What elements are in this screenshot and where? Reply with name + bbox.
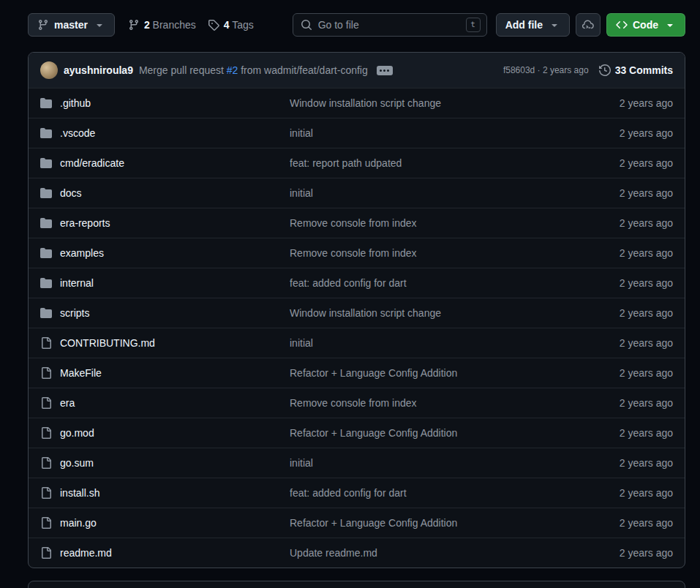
commit-message-suffix: from wadmit/feat/dart-config	[238, 64, 367, 76]
avatar[interactable]	[40, 61, 58, 79]
go-to-file-search[interactable]: t	[293, 13, 487, 37]
row-commit-message-link[interactable]: Remove console from index	[290, 217, 417, 229]
folder-icon	[40, 247, 52, 259]
file-name-link[interactable]: cmd/eradicate	[60, 157, 124, 169]
file-icon	[40, 547, 52, 559]
row-commit-message-link[interactable]: feat: report path udpated	[290, 157, 402, 169]
commit-age-cell: 2 years ago	[590, 367, 685, 379]
file-table-row: install.sh feat: added config for dart 2…	[29, 478, 685, 508]
file-name-link[interactable]: main.go	[60, 517, 97, 529]
commit-age-cell: 2 years ago	[590, 217, 685, 229]
file-name-link[interactable]: internal	[60, 277, 94, 289]
row-commit-message-link[interactable]: Remove console from index	[290, 397, 417, 409]
commit-age: 2 years ago	[620, 247, 673, 259]
row-commit-message-link[interactable]: Refactor + Language Config Addition	[290, 517, 457, 529]
chevron-down-icon	[664, 19, 676, 31]
file-table-row: main.go Refactor + Language Config Addit…	[29, 508, 685, 538]
commit-age-cell: 2 years ago	[590, 337, 685, 349]
file-name-cell: scripts	[29, 307, 290, 319]
add-file-label: Add file	[505, 19, 543, 31]
row-commit-message-link[interactable]: Refactor + Language Config Addition	[290, 427, 457, 439]
folder-icon	[40, 97, 52, 109]
folder-icon	[40, 187, 52, 199]
commit-message-cell: Remove console from index	[290, 397, 590, 409]
add-file-button[interactable]: Add file	[496, 13, 570, 37]
file-name-link[interactable]: go.mod	[60, 427, 94, 439]
file-name-link[interactable]: .github	[60, 97, 91, 109]
file-name-cell: CONTRIBUTING.md	[29, 337, 290, 349]
repo-page: master 2 Branches 4 Tags t	[0, 0, 700, 588]
repo-toolbar: master 2 Branches 4 Tags t	[28, 13, 685, 37]
file-table-row: internal feat: added config for dart 2 y…	[29, 268, 685, 298]
row-commit-message-link[interactable]: feat: added config for dart	[290, 487, 407, 499]
file-name-cell: install.sh	[29, 487, 290, 499]
row-commit-message-link[interactable]: initial	[290, 337, 313, 349]
row-commit-message-link[interactable]: Refactor + Language Config Addition	[290, 367, 457, 379]
file-name-link[interactable]: readme.md	[60, 547, 112, 559]
file-name-link[interactable]: .vscode	[60, 127, 95, 139]
file-name-cell: cmd/eradicate	[29, 157, 290, 169]
file-table-row: era-reports Remove console from index 2 …	[29, 208, 685, 238]
file-name-cell: internal	[29, 277, 290, 289]
commit-age-cell: 2 years ago	[590, 157, 685, 169]
row-commit-message-link[interactable]: Remove console from index	[290, 247, 417, 259]
row-commit-message-link[interactable]: Update readme.md	[290, 547, 377, 559]
file-name-link[interactable]: docs	[60, 187, 82, 199]
code-icon	[616, 19, 628, 31]
commit-message-cell: feat: report path udpated	[290, 157, 590, 169]
folder-icon	[40, 217, 52, 229]
file-name-link[interactable]: examples	[60, 247, 104, 259]
codespaces-cloud-button[interactable]	[576, 13, 601, 37]
file-table-row: examples Remove console from index 2 yea…	[29, 238, 685, 268]
file-name-link[interactable]: go.sum	[60, 457, 94, 469]
pr-number-link[interactable]: #2	[227, 64, 238, 76]
tags-count: 4	[224, 19, 230, 31]
commit-age: 2 years ago	[620, 337, 673, 349]
file-name-link[interactable]: scripts	[60, 307, 89, 319]
chevron-down-icon	[94, 19, 105, 31]
commit-author-link[interactable]: ayushniroula9	[64, 64, 133, 76]
tag-icon	[208, 19, 219, 31]
file-name-link[interactable]: install.sh	[60, 487, 99, 499]
commit-message-cell: Update readme.md	[290, 547, 590, 559]
commit-message-link[interactable]: Merge pull request #2 from wadmit/feat/d…	[139, 64, 368, 76]
commit-message-cell: initial	[290, 127, 590, 139]
commit-age-cell: 2 years ago	[590, 247, 685, 259]
folder-icon	[40, 127, 52, 139]
commit-age: 2 years ago	[620, 547, 673, 559]
branch-selector-button[interactable]: master	[28, 13, 115, 37]
commit-message-cell: initial	[290, 337, 590, 349]
row-commit-message-link[interactable]: initial	[290, 457, 313, 469]
commit-hash-time-link[interactable]: f58603d · 2 years ago	[503, 65, 589, 75]
commit-message-cell: feat: added config for dart	[290, 487, 590, 499]
file-table-body: .github Window installation script chang…	[29, 88, 685, 568]
commit-age-cell: 2 years ago	[590, 307, 685, 319]
file-name-link[interactable]: era-reports	[60, 217, 110, 229]
branches-link[interactable]: 2 Branches	[128, 19, 196, 31]
row-commit-message-link[interactable]: Window installation script change	[290, 307, 441, 319]
commit-history-link[interactable]: 33 Commits	[599, 64, 673, 76]
file-name-link[interactable]: era	[60, 397, 75, 409]
file-name-link[interactable]: MakeFile	[60, 367, 102, 379]
file-name-cell: era	[29, 397, 290, 409]
commits-count-label: 33 Commits	[615, 64, 673, 76]
tags-link[interactable]: 4 Tags	[208, 19, 254, 31]
file-table-row: go.sum initial 2 years ago	[29, 448, 685, 478]
row-commit-message-link[interactable]: feat: added config for dart	[290, 277, 407, 289]
file-table-row: .github Window installation script chang…	[29, 88, 685, 118]
row-commit-message-link[interactable]: initial	[290, 127, 313, 139]
code-button[interactable]: Code	[606, 13, 685, 37]
search-input[interactable]	[318, 19, 460, 31]
toolbar-right-group: Add file Code	[496, 13, 685, 37]
commit-age: 2 years ago	[620, 157, 673, 169]
commit-description-toggle[interactable]	[377, 66, 393, 75]
row-commit-message-link[interactable]: initial	[290, 187, 313, 199]
commit-age: 2 years ago	[620, 487, 673, 499]
commit-age: 2 years ago	[620, 457, 673, 469]
file-name-link[interactable]: CONTRIBUTING.md	[60, 337, 155, 349]
codespaces-cloud-icon	[582, 19, 594, 31]
row-commit-message-link[interactable]: Window installation script change	[290, 97, 441, 109]
commit-age-cell: 2 years ago	[590, 397, 685, 409]
file-table-row: cmd/eradicate feat: report path udpated …	[29, 148, 685, 178]
git-branch-icon	[37, 19, 49, 31]
